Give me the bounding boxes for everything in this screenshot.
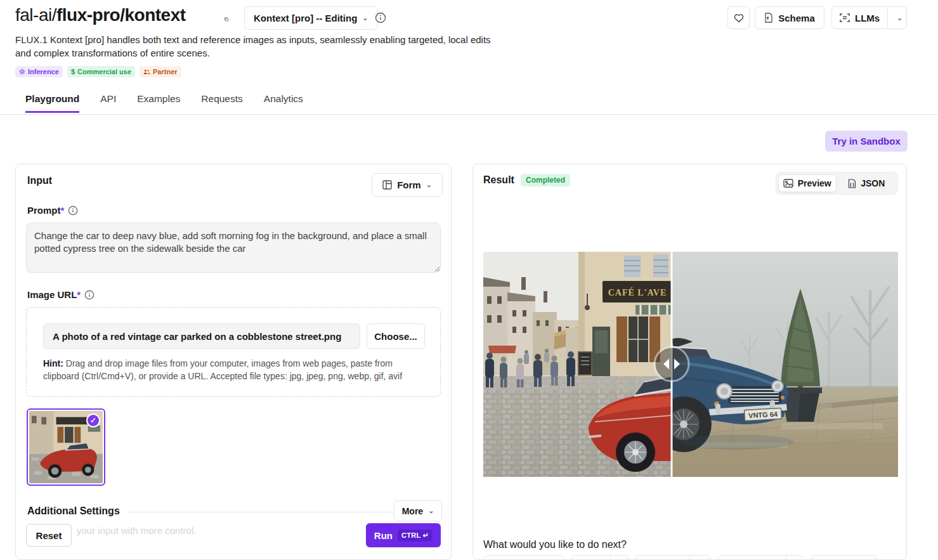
copy-icon[interactable] (220, 13, 233, 25)
input-panel: Input Form ⌄ Prompt* Change the car to d… (15, 164, 452, 560)
model-variant-select[interactable]: Kontext [pro] -- Editing ⌄ (244, 6, 378, 30)
partner-badge: Partner (140, 66, 181, 77)
image-thumbnail[interactable]: ✓ (27, 408, 105, 486)
more-button-label: More (402, 506, 423, 516)
gear-icon (19, 68, 25, 75)
badge-row: Inference $ Commercial use Partner (15, 66, 181, 77)
chevron-down-icon: ⌄ (897, 15, 902, 22)
additional-settings-label: Additional Settings (27, 505, 120, 517)
next-action-button[interactable] (635, 555, 710, 560)
more-settings-button[interactable]: More ⌄ (394, 500, 442, 521)
title-prefix: fal-ai/ (15, 5, 56, 25)
model-variant-label: Kontext [pro] -- Editing (254, 13, 357, 23)
model-description: FLUX.1 Kontext [pro] handles both text a… (15, 34, 495, 60)
hint-bold: Hint: (43, 358, 63, 368)
chevron-down-icon: ⌄ (428, 507, 434, 514)
people-icon (143, 69, 150, 75)
title-model-name: flux-pro/kontext (56, 5, 186, 25)
preview-tab-label: Preview (798, 178, 831, 188)
next-action-button[interactable] (571, 555, 629, 560)
cafe-sign-text: CAFÉ L'AVE (608, 287, 667, 297)
page-title: fal-ai/flux-pro/kontext (15, 5, 186, 25)
try-in-sandbox-button[interactable]: Try in Sandbox (825, 131, 908, 152)
run-button-label: Run (374, 530, 393, 541)
input-panel-title: Input (27, 175, 52, 186)
favorite-button[interactable] (727, 6, 750, 29)
image-url-label-text: Image URL (27, 289, 77, 300)
view-mode-select[interactable]: Form ⌄ (372, 173, 443, 197)
tab-preview[interactable]: Preview (778, 174, 837, 192)
image-url-label: Image URL* (27, 289, 94, 300)
info-icon[interactable] (375, 12, 386, 23)
tab-api[interactable]: API (100, 93, 116, 113)
next-action-button[interactable] (811, 555, 877, 560)
tab-json[interactable]: JSON (838, 174, 896, 192)
json-code-icon (848, 179, 856, 188)
tab-examples[interactable]: Examples (137, 93, 180, 113)
settings-hint-text: your input with more control. (77, 525, 196, 536)
run-shortcut-badge: CTRL ↵ (398, 530, 433, 542)
llms-button[interactable]: LLMs (832, 7, 888, 29)
run-button[interactable]: Run CTRL ↵ (366, 523, 441, 547)
dropzone-hint: Hint: Drag and drop image files from you… (43, 357, 419, 382)
compare-slider-handle[interactable] (655, 347, 689, 381)
hint-text: Drag and drop image files from your comp… (43, 358, 402, 381)
next-question-text: What would you like to do next? (483, 539, 627, 550)
chevron-down-icon: ⌄ (426, 181, 432, 188)
info-icon[interactable] (84, 290, 94, 300)
view-mode-label: Form (397, 179, 421, 190)
inference-badge: Inference (15, 66, 63, 77)
llms-dropdown-toggle[interactable]: ⌄ (893, 7, 906, 29)
dollar-icon: $ (71, 68, 75, 75)
schema-doc-icon (764, 13, 773, 23)
tab-bar: Playground API Examples Requests Analyti… (25, 93, 303, 113)
inference-badge-label: Inference (28, 68, 59, 75)
next-action-button[interactable] (717, 555, 804, 560)
prompt-input[interactable]: Change the car to deep navy blue, add so… (26, 223, 441, 273)
llms-button-label: LLMs (855, 13, 880, 23)
status-badge: Completed (521, 174, 570, 186)
schema-button-label: Schema (778, 13, 815, 23)
prompt-label: Prompt* (27, 205, 78, 216)
choose-file-button[interactable]: Choose... (367, 323, 425, 349)
chevron-down-icon: ⌄ (362, 15, 368, 22)
tab-analytics[interactable]: Analytics (264, 93, 303, 113)
check-icon: ✓ (86, 413, 100, 427)
llms-split-button: LLMs ⌄ (831, 6, 907, 29)
required-asterisk: * (77, 289, 81, 300)
json-tab-label: JSON (861, 178, 885, 188)
image-dropzone[interactable]: Choose... Hint: Drag and drop image file… (26, 307, 441, 397)
heart-icon (734, 13, 744, 23)
prompt-label-text: Prompt (27, 205, 61, 216)
result-panel-title: Result (483, 174, 514, 186)
info-icon[interactable] (68, 205, 78, 216)
required-asterisk: * (61, 205, 65, 216)
reset-button[interactable]: Reset (26, 524, 72, 547)
result-image-compare[interactable]: CAFÉ L'AVE (483, 252, 898, 477)
schema-button[interactable]: Schema (755, 6, 824, 29)
form-grid-icon (382, 180, 392, 190)
partner-badge-label: Partner (153, 68, 178, 75)
next-action-button[interactable] (484, 555, 564, 560)
image-file-name-input[interactable] (43, 323, 360, 349)
preview-image-icon (783, 179, 793, 188)
llms-scan-icon (840, 13, 850, 22)
commercial-use-badge: $ Commercial use (67, 66, 135, 77)
tab-bar-divider (0, 114, 938, 115)
commercial-use-badge-label: Commercial use (77, 68, 131, 75)
tab-requests[interactable]: Requests (201, 93, 242, 113)
divider (129, 512, 395, 512)
result-view-toggle: Preview JSON (776, 172, 898, 195)
tab-playground[interactable]: Playground (25, 93, 79, 113)
result-panel: Result Completed Preview JSON (472, 164, 907, 560)
